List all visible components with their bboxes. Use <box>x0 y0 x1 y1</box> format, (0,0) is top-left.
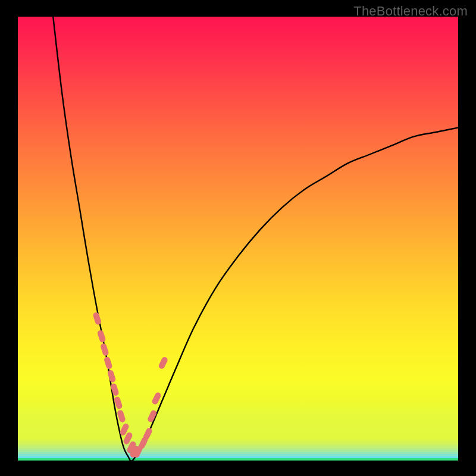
curve-layer <box>18 17 458 461</box>
curve-marker <box>123 427 126 433</box>
watermark-text: TheBottleneck.com <box>353 4 468 19</box>
chart-stage: TheBottleneck.com <box>0 0 476 476</box>
curve-marker <box>104 346 105 352</box>
curve-marker <box>107 360 109 366</box>
curve-marker <box>155 396 158 402</box>
curve-marker <box>114 386 115 392</box>
curve-marker <box>151 413 154 419</box>
curve-marker <box>117 400 119 406</box>
curve-marker <box>101 333 102 339</box>
curve-marker <box>120 413 122 419</box>
curve-marker <box>96 315 98 321</box>
curve-marker <box>127 436 130 441</box>
curve-marker <box>137 449 140 455</box>
curve-marker <box>111 373 112 379</box>
curve-marker <box>142 440 145 446</box>
plot-area <box>18 17 458 461</box>
curve-marker <box>162 360 165 366</box>
curve-markers <box>96 315 165 455</box>
curve-marker <box>146 431 149 437</box>
